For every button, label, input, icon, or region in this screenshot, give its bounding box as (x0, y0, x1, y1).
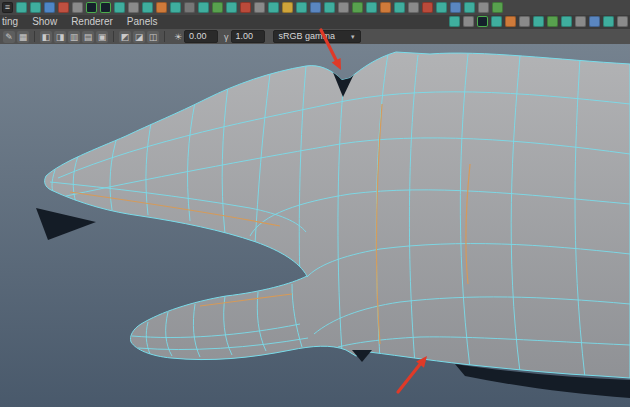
shelf-icon[interactable] (44, 2, 55, 13)
shelf-icon[interactable] (450, 2, 461, 13)
isolate-left-icon[interactable]: ◧ (40, 31, 52, 43)
shelf-icon[interactable] (338, 2, 349, 13)
shelf-row-2 (449, 16, 628, 27)
chevron-down-icon: ▾ (351, 31, 355, 42)
shelf-icon[interactable] (212, 2, 223, 13)
shelf-icon[interactable] (575, 16, 586, 27)
grid-icon[interactable]: ▦ (17, 31, 29, 43)
shelf-icon[interactable] (561, 16, 572, 27)
view-transform-dropdown[interactable]: sRGB gamma ▾ (273, 30, 361, 43)
exposure-field[interactable]: 0.00 (184, 30, 218, 43)
shelf-icon[interactable] (589, 16, 600, 27)
shelf-icon[interactable] (170, 2, 181, 13)
shelf-icon[interactable] (114, 2, 125, 13)
shelf-icon[interactable] (380, 2, 391, 13)
shelf-icon[interactable] (617, 16, 628, 27)
shelf-icon[interactable] (492, 2, 503, 13)
shelf-icon-highlighted[interactable] (100, 2, 111, 13)
shelf-icon[interactable] (394, 2, 405, 13)
shelf-icon[interactable] (449, 16, 460, 27)
gamma-control[interactable]: γ 1.00 (224, 30, 265, 43)
shelf-row-1: ≡ (0, 0, 630, 15)
textured-icon[interactable]: ◩ (119, 31, 131, 43)
shelf-menu[interactable]: ≡ (2, 2, 13, 13)
viewport-toolbar: ✎▦◧◨▥▤▣◩◪◫ ☀ 0.00 γ 1.00 sRGB gamma ▾ (0, 29, 630, 44)
shelf-icon[interactable] (436, 2, 447, 13)
shelf-icon[interactable] (254, 2, 265, 13)
shelf-icon[interactable] (464, 2, 475, 13)
shelf-icon[interactable] (603, 16, 614, 27)
viewport-tool-icons: ✎▦◧◨▥▤▣◩◪◫ (3, 31, 168, 43)
shelf-icon[interactable] (533, 16, 544, 27)
isolate-right-icon[interactable]: ◨ (54, 31, 66, 43)
camera-icon[interactable]: ◫ (147, 31, 159, 43)
shelf-icon[interactable] (366, 2, 377, 13)
shelf-icon[interactable] (505, 16, 516, 27)
gamma-field[interactable]: 1.00 (231, 30, 265, 43)
shelf-icon[interactable] (324, 2, 335, 13)
menu-show[interactable]: Show (25, 15, 64, 29)
toolbar-separator (164, 31, 165, 42)
menu-ting[interactable]: ting (0, 15, 25, 29)
panel-menubar: tingShowRendererPanels (0, 15, 630, 29)
toolbar-separator (34, 31, 35, 42)
shelf-icon-highlighted[interactable] (477, 16, 488, 27)
shelf-icon[interactable] (478, 2, 489, 13)
shelf-icon[interactable] (491, 16, 502, 27)
shelf-icon[interactable] (58, 2, 69, 13)
shelf-icon[interactable] (408, 2, 419, 13)
maya-window: ≡ tingShowRendererPanels ✎▦◧◨▥▤▣◩◪◫ ☀ 0.… (0, 0, 630, 407)
viewport-3d[interactable] (0, 44, 630, 407)
shelf-icon[interactable] (128, 2, 139, 13)
xray-icon[interactable]: ▥ (68, 31, 80, 43)
shelf-icon[interactable] (463, 16, 474, 27)
menu-renderer[interactable]: Renderer (64, 15, 120, 29)
shelf-icon[interactable] (282, 2, 293, 13)
shelf-icon[interactable] (198, 2, 209, 13)
gamma-icon: γ (224, 32, 229, 42)
lighting-icon[interactable]: ◪ (133, 31, 145, 43)
shelf-icon[interactable] (296, 2, 307, 13)
draw-icon[interactable]: ✎ (3, 31, 15, 43)
shelf-icon[interactable] (352, 2, 363, 13)
panel-menu: tingShowRendererPanels (0, 15, 164, 29)
shelf-icon[interactable] (142, 2, 153, 13)
wireframe-icon[interactable]: ▤ (82, 31, 94, 43)
shelf-icon[interactable] (519, 16, 530, 27)
shelf-icon-highlighted[interactable] (86, 2, 97, 13)
shelf-icon[interactable] (422, 2, 433, 13)
shelf-icon[interactable] (240, 2, 251, 13)
shelf-icon[interactable] (72, 2, 83, 13)
menu-panels[interactable]: Panels (120, 15, 165, 29)
view-transform-value: sRGB gamma (279, 31, 336, 42)
shelf-icon[interactable] (268, 2, 279, 13)
exposure-icon: ☀ (174, 32, 182, 42)
toolbar-separator (113, 31, 114, 42)
shelf-icon[interactable] (16, 2, 27, 13)
shaded-icon[interactable]: ▣ (96, 31, 108, 43)
shelf-icon[interactable] (226, 2, 237, 13)
shelf-icon[interactable] (310, 2, 321, 13)
shelf-icon[interactable] (156, 2, 167, 13)
shelf-icon[interactable] (30, 2, 41, 13)
shelf-icon[interactable] (547, 16, 558, 27)
shelf-icon[interactable] (184, 2, 195, 13)
exposure-control[interactable]: ☀ 0.00 (174, 30, 218, 43)
